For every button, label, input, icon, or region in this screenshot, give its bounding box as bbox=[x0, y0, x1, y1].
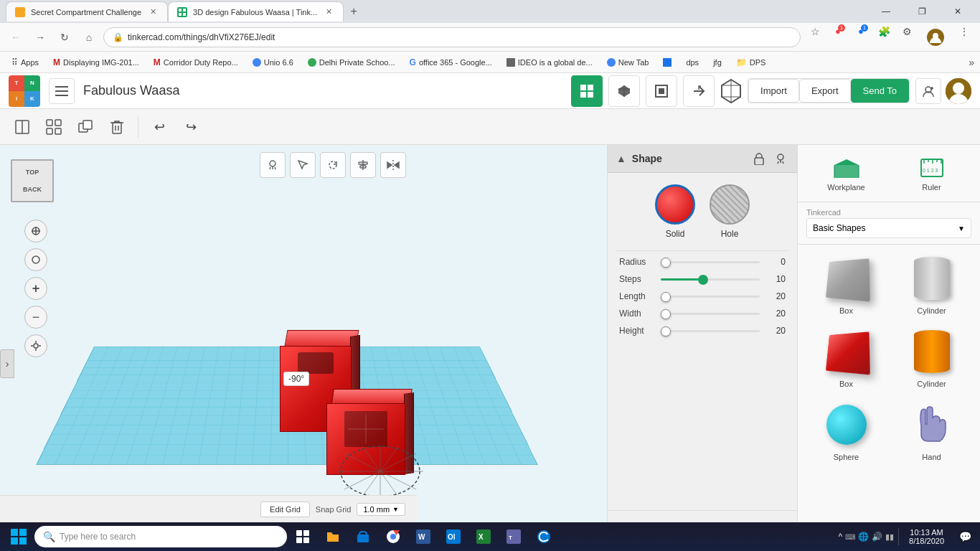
mirror-tool[interactable] bbox=[380, 152, 406, 178]
back-button[interactable]: ← bbox=[6, 27, 26, 47]
edge-app[interactable] bbox=[529, 522, 558, 551]
workplane-button[interactable]: Workplane bbox=[806, 151, 886, 196]
bookmark-delhi[interactable]: Delhi Private Schoo... bbox=[302, 57, 401, 68]
3d-view-button[interactable] bbox=[608, 75, 640, 107]
lock-shape-icon[interactable] bbox=[751, 151, 767, 166]
settings-icon[interactable]: ⚙ bbox=[897, 22, 917, 42]
rotate-tool[interactable] bbox=[320, 152, 346, 178]
sendto-button[interactable]: Send To bbox=[851, 79, 909, 103]
flat-view-button[interactable] bbox=[646, 75, 677, 107]
steps-slider[interactable] bbox=[661, 278, 760, 281]
teams-app[interactable]: T bbox=[499, 522, 528, 551]
group-button[interactable] bbox=[40, 113, 67, 141]
snap-value-control[interactable]: 1.0 mm ▼ bbox=[357, 503, 405, 516]
outlook-app[interactable]: Ol bbox=[439, 522, 468, 551]
bookmark-dpsfolder[interactable]: 📁 DPS bbox=[730, 56, 772, 69]
shape-card-box-grey[interactable]: Box bbox=[806, 250, 886, 318]
radius-thumb[interactable] bbox=[661, 258, 671, 268]
collapse-button[interactable]: ▲ bbox=[616, 153, 626, 164]
bookmark-unio[interactable]: Unio 6.6 bbox=[247, 57, 299, 68]
shape-card-hand[interactable]: Hand bbox=[892, 397, 971, 464]
shape-card-box-red[interactable]: Box bbox=[806, 324, 886, 391]
steps-thumb[interactable] bbox=[698, 275, 708, 285]
edit-grid-button[interactable]: Edit Grid bbox=[260, 501, 310, 517]
profile-button[interactable] bbox=[920, 22, 951, 53]
ext-icon-2[interactable]: ● 1 bbox=[851, 22, 871, 42]
menu-icon[interactable]: ⋮ bbox=[954, 22, 974, 42]
bookmark-office[interactable]: G office 365 - Google... bbox=[404, 56, 498, 69]
length-slider[interactable] bbox=[661, 296, 760, 298]
taskview-button[interactable] bbox=[288, 522, 317, 551]
light-tool[interactable] bbox=[260, 152, 286, 178]
tab-1[interactable]: Secret Compartment Challenge ✕ bbox=[6, 1, 168, 22]
solid-option[interactable]: Solid bbox=[655, 184, 695, 239]
new-tab-button[interactable]: + bbox=[344, 1, 364, 22]
width-slider[interactable] bbox=[661, 313, 760, 315]
shape-card-cyl-grey[interactable]: Cylinder bbox=[892, 250, 971, 318]
taskbar-search[interactable]: 🔍 Type here to search bbox=[34, 526, 287, 547]
tab-2[interactable]: 3D design Fabulous Waasa | Tink... ✕ bbox=[168, 1, 344, 22]
shape-card-cyl-orange[interactable]: Cylinder bbox=[892, 324, 971, 391]
bookmark-gmail1[interactable]: M Displaying IMG-201... bbox=[47, 56, 145, 69]
tinkercad-logo[interactable]: T I N K E R C A D bbox=[9, 75, 40, 107]
shapes-dropdown[interactable]: Basic Shapes ▼ bbox=[806, 218, 971, 238]
bookmark-jfg[interactable]: jfg bbox=[707, 57, 727, 68]
clock[interactable]: 10:13 AM 8/18/2020 bbox=[903, 528, 950, 545]
notifications-button[interactable]: 💬 bbox=[954, 522, 976, 551]
light-shape-icon[interactable] bbox=[773, 151, 788, 166]
ext-icon-1[interactable]: ● 1 bbox=[828, 22, 848, 42]
address-bar[interactable]: 🔒 tinkercad.com/things/dhVfiX276EJ/edit bbox=[103, 27, 801, 47]
bookmark-newtab[interactable]: New Tab bbox=[601, 57, 655, 68]
bookmark-dps[interactable]: dps bbox=[680, 57, 705, 68]
shape-card-sphere[interactable]: Sphere bbox=[806, 397, 886, 464]
hole-option[interactable]: Hole bbox=[710, 184, 750, 239]
tab2-close[interactable]: ✕ bbox=[323, 6, 334, 18]
radius-slider[interactable] bbox=[661, 261, 760, 263]
length-thumb[interactable] bbox=[661, 292, 671, 302]
bookmark-apps[interactable]: ⠿ Apps bbox=[6, 56, 44, 69]
store-app[interactable] bbox=[349, 522, 377, 551]
home-button[interactable]: ⌂ bbox=[79, 27, 99, 47]
explorer-app[interactable] bbox=[319, 522, 347, 551]
excel-app[interactable]: X bbox=[469, 522, 498, 551]
start-button[interactable] bbox=[4, 522, 33, 551]
forward-button[interactable]: → bbox=[30, 27, 50, 47]
height-slider[interactable] bbox=[661, 330, 760, 332]
close-button[interactable]: ✕ bbox=[941, 1, 974, 22]
ruler-button[interactable]: 0 1 2 3 Ruler bbox=[892, 151, 971, 196]
tray-icon-keyboard[interactable]: ⌨ bbox=[845, 533, 855, 541]
redo-button[interactable]: ↪ bbox=[177, 113, 204, 141]
word-app[interactable]: W bbox=[409, 522, 438, 551]
canvas-area[interactable]: TOP BACK + − bbox=[0, 145, 607, 522]
add-user-button[interactable] bbox=[915, 78, 941, 104]
import-button[interactable]: Import bbox=[748, 79, 799, 103]
menu-toggle-button[interactable] bbox=[49, 78, 75, 104]
undo-button[interactable]: ↩ bbox=[146, 113, 173, 141]
tab1-close[interactable]: ✕ bbox=[147, 6, 159, 18]
tray-icon-1[interactable]: ^ bbox=[838, 532, 842, 542]
puzzle-icon[interactable]: 🧩 bbox=[874, 22, 894, 42]
star-icon[interactable]: ☆ bbox=[805, 22, 825, 42]
export-button[interactable]: Export bbox=[799, 79, 851, 103]
minimize-button[interactable]: — bbox=[870, 1, 903, 22]
width-thumb[interactable] bbox=[661, 309, 671, 319]
share-view-button[interactable] bbox=[683, 75, 715, 107]
delete-button[interactable] bbox=[103, 113, 131, 141]
user-avatar-tc[interactable] bbox=[946, 78, 971, 104]
bookmark-gmail2[interactable]: M Corridor Duty Repo... bbox=[148, 56, 244, 69]
ungroup-button[interactable] bbox=[72, 113, 99, 141]
maximize-button[interactable]: ❐ bbox=[905, 1, 938, 22]
tray-icon-volume[interactable]: 🔊 bbox=[872, 532, 882, 542]
new-workplane-button[interactable] bbox=[9, 113, 36, 141]
bookmarks-more[interactable]: » bbox=[969, 57, 974, 68]
tray-icon-network[interactable]: 🌐 bbox=[858, 532, 869, 542]
grid-view-button[interactable] bbox=[571, 75, 603, 107]
selection-tool[interactable] bbox=[290, 152, 316, 178]
expand-panel-button[interactable]: › bbox=[0, 349, 14, 378]
bookmark-arrow[interactable] bbox=[657, 57, 677, 68]
align-tool[interactable] bbox=[350, 152, 376, 178]
height-thumb[interactable] bbox=[661, 326, 671, 336]
reload-button[interactable]: ↻ bbox=[55, 27, 75, 47]
bookmark-ideo[interactable]: IDEO is a global de... bbox=[501, 57, 598, 68]
chrome-app[interactable] bbox=[379, 522, 407, 551]
